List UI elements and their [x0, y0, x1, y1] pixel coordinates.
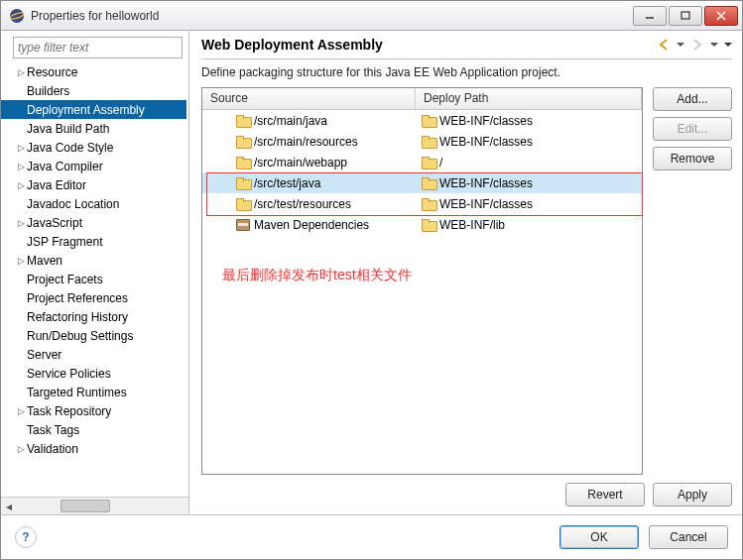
folder-icon — [236, 177, 250, 188]
tree-item[interactable]: ▷Java Build Path — [1, 119, 186, 138]
tree-item-label: Javadoc Location — [27, 197, 119, 211]
tree-item[interactable]: ▷Task Repository — [1, 401, 186, 420]
tree-item[interactable]: ▷JSP Fragment — [1, 232, 186, 251]
expand-caret-icon[interactable]: ▷ — [15, 256, 27, 266]
tree-item-label: Validation — [27, 442, 78, 456]
tree-item-label: JSP Fragment — [27, 235, 102, 249]
help-button[interactable]: ? — [15, 526, 37, 548]
svg-rect-3 — [681, 12, 689, 19]
deploy-cell: / — [439, 156, 442, 169]
ok-button[interactable]: OK — [559, 525, 639, 549]
tree-item[interactable]: ▷Maven — [1, 251, 186, 270]
column-deploy[interactable]: Deploy Path — [416, 88, 642, 109]
table-row[interactable]: /src/test/resourcesWEB-INF/classes — [202, 193, 642, 214]
eclipse-icon — [9, 8, 25, 24]
header-nav — [657, 38, 732, 52]
nav-back-icon[interactable] — [657, 38, 671, 52]
table-header: Source Deploy Path — [202, 88, 642, 110]
folder-icon — [236, 115, 250, 126]
button-column: Add... Edit... Remove — [653, 87, 732, 475]
tree-item-label: Maven — [27, 254, 62, 268]
tree-item[interactable]: ▷Resource — [1, 62, 186, 81]
table-row[interactable]: Maven DependenciesWEB-INF/lib — [202, 214, 642, 235]
remove-button[interactable]: Remove — [653, 147, 732, 170]
scroll-thumb[interactable] — [61, 500, 110, 512]
source-cell: /src/main/webapp — [254, 156, 347, 169]
tree-item[interactable]: ▷Server — [1, 345, 186, 364]
add-button[interactable]: Add... — [653, 87, 732, 111]
tree-item[interactable]: ▷Builders — [1, 81, 186, 100]
folder-icon — [236, 198, 250, 209]
tree-item[interactable]: ▷Javadoc Location — [1, 194, 186, 213]
tree-item[interactable]: ▷Java Code Style — [1, 138, 186, 157]
folder-icon — [422, 115, 435, 126]
folder-icon — [422, 177, 435, 188]
filter-input[interactable] — [13, 37, 183, 58]
source-cell: /src/test/java — [254, 176, 320, 190]
tree-item-label: Java Editor — [27, 178, 86, 192]
source-cell: /src/main/java — [254, 114, 327, 128]
table-row[interactable]: /src/main/resourcesWEB-INF/classes — [202, 131, 642, 152]
tree-item[interactable]: ▷Run/Debug Settings — [1, 326, 186, 345]
menu-dropdown-icon[interactable] — [724, 41, 732, 49]
tree-item[interactable]: ▷Java Compiler — [1, 157, 186, 175]
table-row[interactable]: /src/main/webapp/ — [202, 152, 642, 172]
folder-icon — [236, 157, 250, 168]
dialog-footer: ? OK Cancel — [1, 514, 742, 559]
folder-icon — [422, 219, 435, 230]
source-cell: /src/main/resources — [254, 135, 358, 149]
cancel-button[interactable]: Cancel — [649, 525, 728, 549]
tree-item-label: JavaScript — [27, 216, 82, 230]
expand-caret-icon[interactable]: ▷ — [15, 162, 27, 171]
tree-item[interactable]: ▷Task Tags — [1, 420, 186, 439]
dropdown-icon[interactable] — [710, 41, 718, 49]
tree-item-label: Project References — [27, 291, 128, 305]
tree-item-label: Service Policies — [27, 367, 111, 381]
tree-item-label: Java Code Style — [27, 141, 113, 155]
close-button[interactable] — [704, 6, 738, 26]
tree-item[interactable]: ▷Service Policies — [1, 364, 186, 383]
tree-item[interactable]: ▷Targeted Runtimes — [1, 383, 186, 401]
expand-caret-icon[interactable]: ▷ — [15, 180, 27, 190]
tree-item[interactable]: ▷Deployment Assembly — [1, 100, 186, 119]
folder-icon — [236, 136, 250, 147]
tree-item[interactable]: ▷Java Editor — [1, 175, 186, 194]
minimize-button[interactable] — [633, 6, 667, 26]
expand-caret-icon[interactable]: ▷ — [15, 444, 27, 454]
tree-item-label: Task Tags — [27, 423, 79, 437]
tree-item-label: Java Build Path — [27, 122, 109, 136]
tree-item[interactable]: ▷Project References — [1, 288, 186, 307]
deploy-cell: WEB-INF/lib — [439, 218, 505, 232]
tree-item[interactable]: ▷Project Facets — [1, 270, 186, 288]
tree-item-label: Java Compiler — [27, 160, 103, 173]
page-header: Web Deployment Assembly — [201, 37, 732, 59]
deploy-cell: WEB-INF/classes — [439, 135, 533, 149]
tree-item[interactable]: ▷Validation — [1, 439, 186, 458]
tree-item-label: Targeted Runtimes — [27, 386, 127, 399]
page-title: Web Deployment Assembly — [201, 37, 657, 53]
jar-icon — [236, 219, 250, 231]
tree-item-label: Run/Debug Settings — [27, 329, 133, 343]
expand-caret-icon[interactable]: ▷ — [15, 143, 27, 153]
category-tree[interactable]: ▷Resource▷Builders▷Deployment Assembly▷J… — [1, 62, 188, 497]
table-row[interactable]: /src/test/javaWEB-INF/classes — [202, 172, 642, 193]
filter-wrap — [13, 37, 183, 58]
folder-icon — [422, 198, 435, 209]
maximize-button[interactable] — [669, 6, 702, 26]
apply-button[interactable]: Apply — [653, 483, 732, 506]
deploy-cell: WEB-INF/classes — [439, 197, 533, 211]
tree-item[interactable]: ▷JavaScript — [1, 213, 186, 232]
edit-button[interactable]: Edit... — [653, 117, 732, 141]
expand-caret-icon[interactable]: ▷ — [15, 406, 27, 416]
expand-caret-icon[interactable]: ▷ — [15, 218, 27, 228]
revert-button[interactable]: Revert — [565, 483, 645, 506]
source-cell: Maven Dependencies — [254, 218, 369, 232]
tree-item[interactable]: ▷Refactoring History — [1, 307, 186, 326]
scroll-left-arrow-icon[interactable]: ◂ — [1, 500, 17, 513]
table-row[interactable]: /src/main/javaWEB-INF/classes — [202, 110, 642, 131]
column-source[interactable]: Source — [202, 88, 416, 109]
tree-item-label: Project Facets — [27, 273, 103, 286]
expand-caret-icon[interactable]: ▷ — [15, 67, 27, 77]
tree-horizontal-scrollbar[interactable]: ◂ ▸ — [1, 497, 188, 514]
dropdown-icon[interactable] — [677, 41, 684, 49]
